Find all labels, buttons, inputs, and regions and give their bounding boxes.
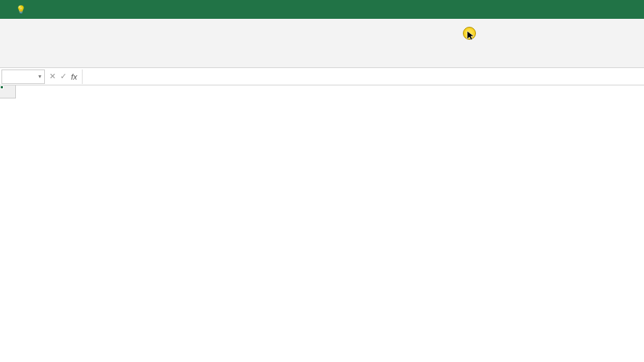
tell-me-search[interactable]: 💡	[16, 5, 29, 14]
ribbon	[0, 19, 644, 68]
chevron-down-icon: ▾	[38, 73, 41, 80]
fill-handle[interactable]	[0, 85, 4, 89]
formula-tools: ✕ ✓ fx	[49, 72, 78, 81]
confirm-icon[interactable]: ✓	[60, 72, 67, 81]
spreadsheet-grid[interactable]	[0, 85, 644, 361]
menu-bar: 💡	[0, 0, 644, 19]
formula-bar: ▾ ✕ ✓ fx	[0, 68, 644, 85]
formula-input[interactable]	[82, 70, 644, 84]
name-box[interactable]: ▾	[1, 70, 45, 84]
fx-icon[interactable]: fx	[71, 72, 78, 81]
cancel-icon[interactable]: ✕	[49, 72, 56, 81]
lightbulb-icon: 💡	[16, 5, 26, 14]
